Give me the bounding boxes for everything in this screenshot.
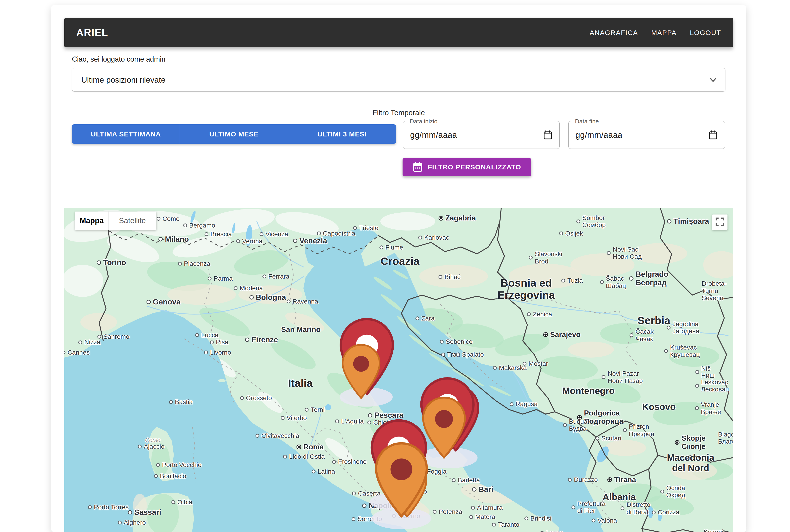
date-end-input[interactable]: gg/mm/aaaa	[576, 130, 622, 140]
map-label-serbia: Serbia	[638, 314, 671, 326]
map-label-verona: Verona	[236, 238, 262, 245]
map-label-text: Como	[163, 215, 180, 222]
map-label-biha: Bihać	[438, 273, 460, 281]
map-label-bari: Bari	[472, 485, 493, 494]
map-marker-san-benedetto-orange[interactable]	[342, 344, 380, 399]
map-city-dot	[595, 436, 599, 440]
map-label-abac: Šabac Шабац	[600, 275, 626, 289]
map-label-alghero: Alghero	[118, 519, 146, 526]
map-label-text: Podgorica Подгорица	[584, 409, 623, 426]
nav-link-mappa[interactable]: MAPPA	[651, 29, 677, 37]
map-label-text: Valona	[598, 517, 617, 524]
map-label-text: San Marino	[281, 325, 321, 334]
map-city-dot	[234, 286, 238, 290]
map-city-dot	[97, 261, 101, 265]
map-city-dot	[472, 487, 476, 492]
quick-filter-ultimo-mese[interactable]: ULTIMO MESE	[180, 124, 288, 144]
date-end-field[interactable]: Data fine gg/mm/aaaa	[568, 121, 725, 149]
map-label-sombor: Sombor Сомбор	[576, 214, 606, 228]
map-label-text: Corse	[145, 437, 161, 443]
map-city-dot	[205, 232, 208, 236]
map-label-ferrara: Ferrara	[262, 273, 289, 280]
map-label-text: Skopje Скопје	[681, 434, 706, 451]
view-select[interactable]: Ultime posizioni rilevate	[72, 68, 726, 92]
map-label-text: Vranje Врање	[701, 401, 721, 416]
map-label-leskovac: Leskovac Лесковац	[695, 379, 729, 393]
quick-filter-ultima-settimana[interactable]: ULTIMA SETTIMANA	[72, 124, 180, 144]
map-label-text: Torino	[103, 259, 126, 267]
map-city-dot	[183, 224, 187, 227]
map-city-dot	[171, 500, 175, 504]
map-city-dot	[335, 420, 339, 423]
map-label-text: Cannes	[68, 349, 90, 356]
map-city-dot	[262, 274, 266, 278]
calendar-icon[interactable]	[543, 130, 552, 140]
map-label-montenegro: Montenegro	[562, 386, 615, 396]
map-city-dot	[317, 232, 321, 235]
fullscreen-button[interactable]	[712, 214, 728, 230]
map-type-control: Mappa Satellite	[75, 211, 156, 230]
map-label-nizza: Nizza	[78, 339, 100, 346]
map-label-corse: Corse	[145, 437, 161, 443]
nav-link-anagrafica[interactable]: ANAGRAFICA	[590, 29, 638, 37]
map-label-piacenza: Piacenza	[178, 260, 210, 267]
map-label-text: Kozani Κοζάνη	[704, 528, 724, 532]
map-city-dot	[78, 340, 82, 344]
map-marker-gargano-orange[interactable]	[422, 397, 466, 459]
map-label-novi-sad: Novi Sad Нови Сад	[607, 246, 642, 260]
quick-filter-ultimi-3-mesi[interactable]: ULTIMI 3 MESI	[288, 124, 396, 144]
map-label-l-aquila: L'Aquila	[335, 418, 364, 425]
map-city-dot	[245, 338, 249, 342]
map-label-jagodina: Jagodina Јагодина	[666, 320, 699, 335]
map-label-altamura: Altamura	[471, 504, 503, 511]
map-city-dot	[208, 277, 211, 281]
map-city-dot	[433, 510, 437, 514]
map-label-text: Mostar	[528, 360, 548, 367]
map-label-milano: Milano	[158, 235, 189, 243]
map-city-dot	[629, 333, 633, 337]
map-label-text: Zara	[421, 315, 435, 322]
map-label-text: Latina	[318, 468, 335, 475]
map-label-olbia: Olbia	[171, 498, 192, 506]
map-label-text: Zagabria	[445, 214, 476, 222]
map-label-bosnia-ed: Bosnia ed Erzegovina	[497, 277, 555, 301]
map-city-dot	[441, 353, 445, 357]
map-city-dot	[236, 239, 240, 243]
map-label-text: Porto Torres	[94, 504, 129, 511]
calendar-icon[interactable]	[708, 130, 718, 140]
map-label-text: Sebenico	[446, 338, 473, 345]
custom-filter-button[interactable]: FILTRO PERSONALIZZATO	[402, 158, 531, 176]
map-label-lucca: Lucca	[195, 332, 219, 339]
map-marker-napoli-orange-front[interactable]	[375, 442, 428, 517]
map-label-firenze: Firenze	[245, 336, 278, 344]
map-city-dot	[563, 423, 567, 427]
map-label-text: Budua Будва	[569, 418, 587, 433]
map-city-dot	[138, 444, 142, 449]
map-label-bologna: Bologna	[249, 293, 286, 302]
map-type-map-button[interactable]: Mappa	[75, 211, 108, 230]
map-label-lecce: Lecce	[540, 529, 563, 532]
map-label-text: Foggia	[427, 468, 447, 475]
map-label-trieste: Trieste	[353, 224, 378, 231]
map-city-dot	[178, 262, 182, 266]
map-label-text: Osijek	[565, 230, 583, 237]
date-start-field[interactable]: Data inizio gg/mm/aaaa	[403, 121, 560, 149]
map-label-fiume: Fiume	[379, 244, 403, 251]
map-type-satellite-button[interactable]: Satellite	[108, 211, 156, 230]
map-city-dot	[379, 245, 383, 249]
date-start-input[interactable]: gg/mm/aaaa	[410, 130, 457, 140]
map-city-dot	[529, 256, 533, 260]
map-label-budua: Budua Будва	[563, 418, 587, 433]
map-label-text: Roma	[303, 443, 324, 451]
map-label-como: Como	[157, 215, 180, 222]
map-label-croazia: Croazia	[380, 255, 419, 267]
map-label-text: Drobeta-Turnu Severin	[702, 280, 727, 302]
map-city-dot	[621, 506, 624, 510]
map-canvas[interactable]: ComoBergamoMilanoBresciaVicenzaVeronaVen…	[64, 208, 733, 532]
map-label-tirana: Tirana	[607, 476, 636, 484]
map-label-text: Pescara	[374, 411, 403, 420]
map-city-dot	[559, 232, 563, 235]
nav-link-logout[interactable]: LOGOUT	[690, 29, 721, 37]
map-city-dot	[438, 275, 443, 279]
map-city-dot	[664, 349, 668, 353]
